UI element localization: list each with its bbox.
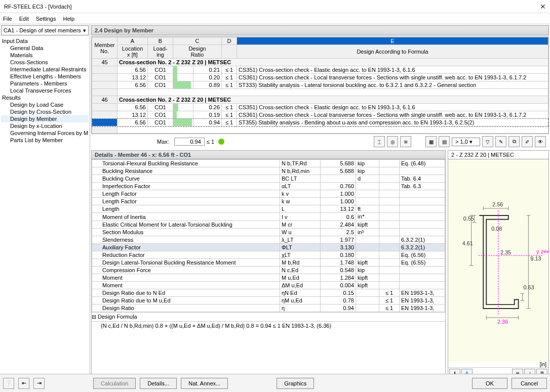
detail-row[interactable]: Imperfection FactorαLT0.760Tab. 6.3 [92,183,445,190]
svg-text:0.63: 0.63 [524,284,534,290]
graphics-button[interactable]: Graphics [277,378,314,389]
filter-btn[interactable]: ▽ [482,136,493,147]
table-row[interactable]: 6.56CO1 0.94≤ 1 ST355) Stability analysi… [92,119,548,126]
calculation-button[interactable]: Calculation [93,378,136,389]
menu-file[interactable]: File [3,16,12,22]
help-icon[interactable]: ❔ [3,378,14,389]
table-row[interactable]: 13.12CO1 0.20≤ 1 CS361) Cross-section ch… [92,74,548,81]
tree-item[interactable]: Design by x-Location [1,122,89,129]
detail-row[interactable]: Reduction FactorχLT0.180Eq. (6.56) [92,251,445,259]
chevron-down-icon: ▾ [469,139,473,145]
tool-btn-1[interactable]: ⌶ [374,136,385,147]
tree-item[interactable]: Parameters - Members [1,80,89,87]
svg-text:2.35: 2.35 [500,249,511,255]
results-table[interactable]: MemberNo. A B C D E Locationx [ft] Load-… [91,36,549,134]
table-row[interactable]: 6.56CO1 0.89≤ 1 ST333) Stability analysi… [92,81,548,89]
tree-group[interactable]: Results [1,94,89,101]
tool-btn-6[interactable]: ✎ [495,136,506,147]
tool-btn-4[interactable]: ▦ [425,136,437,147]
tree-item[interactable]: General Data [1,45,89,52]
menu-settings[interactable]: Settings [36,16,56,22]
detail-row[interactable]: Torsional-Flexural Buckling ResistanceN … [92,160,445,167]
tool-btn-5[interactable]: ▤ [439,136,450,147]
detail-row[interactable]: Buckling CurveBC LTdTab. 6.4 [92,175,445,183]
bottom-bar: ❔ ⇤ ⇥ Calculation Details... Nat. Annex.… [0,374,550,392]
ok-button[interactable]: OK [472,378,507,389]
detail-row[interactable]: Section ModulusW u2.5in³ [92,229,445,236]
tool-btn-3[interactable]: ≋ [400,136,411,147]
tree-item[interactable]: Cross-Sections [1,59,89,66]
cancel-button[interactable]: Cancel [512,378,547,389]
navigator-pane: CA1 - Design of steel members ▾ Input Da… [0,24,90,381]
detail-row[interactable]: Design Ratio due to N EdηN Ed0.15≤ 1EN 1… [92,289,445,297]
tree-item[interactable]: Governing Internal Forces by M [1,129,89,137]
detail-row[interactable]: Design Ratioη0.94≤ 1EN 1993-1-3, [92,304,445,312]
max-value: 0.94 [174,138,205,146]
svg-text:9.13: 9.13 [530,255,541,262]
nav-tree[interactable]: Input DataGeneral DataMaterialsCross-Sec… [0,36,90,381]
table-row[interactable]: 6.56CO1 0.26≤ 1 CS351) Cross-section che… [92,104,548,111]
close-icon[interactable]: ✕ [540,3,546,11]
detail-row[interactable]: Length Factork w1.000 [92,198,445,205]
svg-text:0.55: 0.55 [463,215,474,222]
details-button[interactable]: Details... [140,378,177,389]
detail-row[interactable]: Moment of InertiaI v0.6in⁴ [92,213,445,221]
group-header: Cross-section No. 2 - Z 232 Z 20 | METSE… [117,96,548,104]
detail-row[interactable]: Auxiliary FactorΦLT3.1306.3.2.2(1) [92,244,445,251]
tree-item[interactable]: Materials [1,52,89,59]
nav-next-icon[interactable]: ⇥ [33,378,45,389]
svg-text:0.08: 0.08 [491,226,502,232]
detail-row[interactable]: Design Lateral-Torsional Buckling Resist… [92,259,445,267]
group-header: Cross-section No. 2 - Z 232 Z 20 | METSE… [117,59,548,66]
menu-edit[interactable]: Edit [19,16,29,22]
section-diagram[interactable]: 2.56 0.55 0.08 2.35 9.13 4.61 0.63 2.36 … [448,159,548,362]
case-dropdown[interactable]: CA1 - Design of steel members ▾ [1,25,89,35]
row-number: 45 [92,59,117,66]
detail-row[interactable]: LengthL13.12ft [92,205,445,213]
svg-text:2.56: 2.56 [492,201,503,207]
results-toolbar: Max: 0.94 ≤ 1 ⌶ ◎ ≋ ▦ ▤ > 1,0▾ ▽ ✎ ⧉ ✐ 👁 [91,135,549,148]
annex-button[interactable]: Nat. Annex... [181,378,228,389]
section-diagram-pane: 2 - Z 232 Z 20 | METSEC [448,150,549,380]
max-label: Max: [157,139,169,145]
detail-row[interactable]: Design Ratio due to M u,EdηM u,Ed0.78≤ 1… [92,297,445,304]
tool-eye-icon[interactable]: 👁 [535,136,546,147]
max-limit: ≤ 1 [207,139,214,145]
menu-help[interactable]: Help [63,16,74,22]
table-row[interactable]: 6.56CO1 0.21≤ 1 CS351) Cross-section che… [92,66,548,74]
col-member: Member [94,42,114,48]
tree-item[interactable]: Intermediate Lateral Restraints [1,66,89,73]
chevron-down-icon: ▾ [83,27,86,34]
menubar: File Edit Settings Help [0,13,550,24]
tool-btn-7[interactable]: ✐ [522,136,533,147]
tree-item[interactable]: Effective Lengths - Members [1,73,89,80]
tree-item[interactable]: Design by Load Case [1,101,89,108]
detail-row[interactable]: MomentM u,Ed1.284kipft [92,274,445,282]
status-ok-icon [218,139,224,145]
row-number: 46 [92,96,117,104]
detail-row[interactable]: Compression ForceN c,Ed0.548kip [92,267,445,274]
detail-row[interactable]: Slendernessλ_LT1.9776.3.2.2(1) [92,236,445,244]
tree-item[interactable]: Design by Cross-Section [1,108,89,115]
formula-text: (N c,Ed / N b,Rd,min) 0.8 + ((M u,Ed + Δ… [92,321,445,330]
formula-header[interactable]: Design Formula [98,314,137,320]
details-pane: Details - Member 46 - x: 6.56 ft - CO1 T… [91,150,446,380]
diagram-unit: [in] [448,362,548,367]
section-header: 2.4 Design by Member [91,25,549,35]
titlebar: RF-STEEL EC3 - [Vordach] ✕ [0,0,550,13]
detail-row[interactable]: Buckling ResistanceN b,Rd,min5.688kip [92,167,445,175]
table-row[interactable]: 13.12CO1 0.19≤ 1 CS361) Cross-section ch… [92,111,548,119]
ratio-filter[interactable]: > 1,0▾ [452,138,480,146]
detail-row[interactable]: Elastic Critical Moment for Lateral-Tors… [92,221,445,229]
tool-btn-2[interactable]: ◎ [387,136,398,147]
tree-item[interactable]: Parts List by Member [1,137,89,144]
window-title: RF-STEEL EC3 - [Vordach] [4,4,540,10]
tree-group[interactable]: Input Data [1,37,89,45]
detail-row[interactable]: Length Factork v1.000 [92,190,445,198]
tool-excel-icon[interactable]: ⧉ [508,136,520,147]
tree-item[interactable]: Local Transverse Forces [1,87,89,94]
nav-prev-icon[interactable]: ⇤ [18,378,29,389]
detail-row[interactable]: MomentΔM u,Ed0.004kipft [92,282,445,289]
svg-text:y z≠≠: y z≠≠ [536,248,548,254]
tree-item[interactable]: Design by Member [1,115,89,122]
